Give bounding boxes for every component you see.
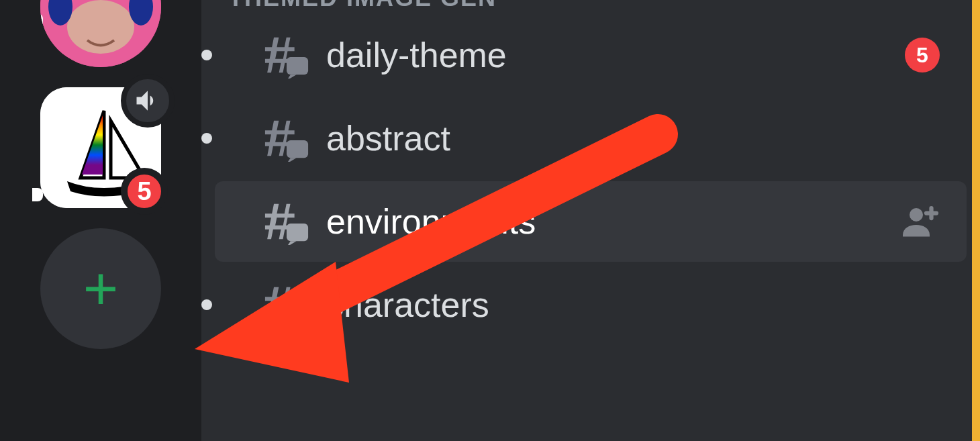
- unread-dot: [201, 299, 212, 310]
- svg-rect-13: [287, 307, 308, 324]
- server-active-pill: [40, 13, 43, 47]
- hash-chat-icon: [263, 281, 310, 328]
- server-mention-badge: 5: [121, 168, 168, 215]
- channel-characters[interactable]: characters: [215, 264, 967, 345]
- mention-badge: 5: [905, 38, 940, 72]
- server-icon-sail[interactable]: 5: [40, 87, 161, 208]
- invite-people-icon[interactable]: [899, 201, 940, 242]
- unread-dot: [201, 50, 212, 60]
- server-icon-vr[interactable]: [40, 0, 161, 67]
- channel-name: characters: [326, 285, 940, 325]
- channel-name: environments: [326, 201, 886, 242]
- channel-environments[interactable]: environments: [215, 181, 967, 262]
- speaker-icon: [133, 86, 162, 115]
- unread-dot: [201, 133, 212, 144]
- svg-point-12: [910, 208, 923, 222]
- hash-chat-icon: [263, 115, 310, 162]
- right-accent-bar: [972, 0, 980, 441]
- avatar-vr-art: [40, 0, 161, 67]
- mention-count: 5: [916, 43, 928, 68]
- server-unread-pill: [32, 188, 43, 201]
- hash-chat-icon: [263, 198, 310, 245]
- server-mention-count: 5: [137, 177, 151, 206]
- svg-rect-10: [287, 140, 308, 158]
- channel-name: daily-theme: [326, 35, 905, 75]
- channel-abstract[interactable]: abstract: [215, 98, 967, 179]
- svg-rect-9: [287, 57, 308, 75]
- hash-chat-icon: [263, 32, 310, 79]
- svg-rect-11: [287, 224, 308, 241]
- speaker-badge: [121, 74, 175, 128]
- channel-daily-theme[interactable]: daily-theme 5: [215, 15, 967, 95]
- server-rail: 5 +: [0, 0, 201, 441]
- channel-panel: THEMED IMAGE GEN daily-theme 5 abstract …: [201, 0, 980, 441]
- category-header[interactable]: THEMED IMAGE GEN: [201, 0, 980, 12]
- add-server-button[interactable]: +: [40, 228, 161, 349]
- plus-icon: +: [83, 258, 119, 319]
- channel-name: abstract: [326, 118, 940, 158]
